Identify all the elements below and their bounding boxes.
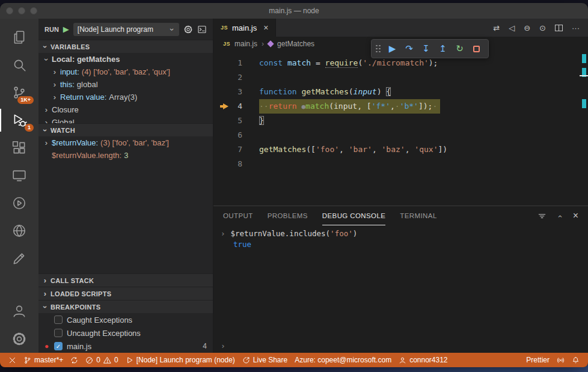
panel-tab-debug-console[interactable]: DEBUG CONSOLE (322, 206, 386, 225)
feedback-status[interactable] (553, 353, 568, 367)
gutter[interactable]: 2 (213, 70, 242, 85)
git-branch-status[interactable]: master*+ (20, 353, 67, 367)
gutter[interactable]: 4 (213, 99, 242, 114)
azure-account-status[interactable]: Azure: copeet@microsoft.com (291, 353, 395, 367)
formatter-status[interactable]: Prettier (522, 353, 553, 367)
configure-gear-button[interactable] (183, 25, 193, 34)
live-share-status[interactable]: Live Share (239, 353, 291, 367)
variable-row[interactable]: ›Return value: Array(3) (38, 91, 213, 103)
test-explorer-icon (11, 195, 27, 211)
zoom-window-button[interactable] (30, 7, 37, 14)
variable-row[interactable]: ›this: global (38, 78, 213, 91)
gutter[interactable]: 3 (213, 85, 242, 99)
dash-circle-icon[interactable]: ⊖ (524, 24, 530, 32)
code-token: 'b*' (400, 102, 418, 111)
swap-icon[interactable]: ⇄ (493, 24, 500, 32)
filter-icon[interactable] (537, 212, 547, 221)
panel-tabs: OUTPUTPROBLEMSDEBUG CONSOLETERMINAL (223, 206, 437, 225)
variable-value: global (77, 80, 98, 89)
gutter[interactable]: 8 (213, 157, 242, 171)
minimize-window-button[interactable] (18, 7, 25, 14)
variable-row[interactable]: ›Global (38, 116, 213, 123)
breakpoint-checkbox[interactable] (54, 329, 63, 337)
debug-console-output[interactable]: ›$returnValue.includes('foo')true (213, 225, 588, 338)
split-editor-icon[interactable] (555, 25, 563, 31)
back-icon[interactable]: ◁ (509, 24, 515, 32)
breadcrumb-file[interactable]: main.js (234, 40, 257, 48)
variable-row[interactable]: ›Closure (38, 103, 213, 116)
sidebar-item-search[interactable] (0, 51, 38, 79)
sidebar-item-live-share[interactable] (0, 217, 38, 245)
continue-button[interactable]: ▶ (385, 41, 400, 56)
watch-section-header[interactable]: › WATCH (38, 123, 213, 136)
gutter[interactable]: 5 (213, 114, 242, 128)
gutter[interactable]: 1 (213, 56, 242, 70)
start-debugging-button[interactable]: ▶ (63, 25, 69, 34)
manage-button[interactable] (0, 325, 38, 353)
gutter[interactable]: 6 (213, 128, 242, 142)
panel-tab-terminal[interactable]: TERMINAL (400, 206, 436, 225)
launch-config-dropdown[interactable]: [Node] Launch program › (73, 23, 179, 36)
tab-main-js[interactable]: JS main.js × (213, 19, 276, 37)
sync-status[interactable] (67, 353, 82, 367)
panel-tab-output[interactable]: OUTPUT (223, 206, 253, 225)
debug-target-status[interactable]: [Node] Launch program (node) (122, 353, 239, 367)
dot-circle-icon[interactable]: ⊙ (539, 24, 546, 32)
variable-row[interactable]: ›input: (4) ['foo', 'bar', 'baz', 'qux'] (38, 66, 213, 78)
open-debug-console-button[interactable] (197, 25, 207, 34)
watch-row[interactable]: ›$returnValue: (3) ['foo', 'bar', 'baz'] (38, 136, 213, 149)
overview-ruler[interactable] (580, 51, 588, 206)
remote-indicator[interactable] (5, 353, 20, 367)
sidebar-item-run-debug[interactable]: 1 (0, 106, 38, 134)
sidebar-item-extensions[interactable] (0, 134, 38, 162)
sidebar-item-explorer[interactable] (0, 23, 38, 51)
breadcrumb-symbol[interactable]: getMatches (277, 40, 314, 48)
loaded-scripts-section-header[interactable]: › LOADED SCRIPTS (38, 287, 213, 300)
chevron-right-icon: › (42, 276, 48, 284)
more-actions-icon[interactable]: ··· (572, 24, 580, 32)
code-token: function (259, 87, 301, 96)
step-over-button[interactable]: ↷ (402, 41, 417, 56)
code-editor[interactable]: 1const match = require('./micromatch');2… (213, 51, 588, 206)
variables-section-header[interactable]: › VARIABLES (38, 40, 213, 53)
breakpoint-row[interactable]: Caught Exceptions (38, 313, 213, 326)
method-symbol-icon (267, 40, 274, 47)
titlebar[interactable]: main.js — node (0, 3, 588, 19)
breakpoint-checkbox[interactable]: ✓ (54, 342, 63, 350)
watch-row[interactable]: ›$returnValue.length: 3 (38, 149, 213, 162)
variable-row[interactable]: ›Local: getMatches (38, 53, 213, 66)
stop-button[interactable] (469, 41, 484, 56)
github-account-status[interactable]: connor4312 (395, 353, 451, 367)
close-window-button[interactable] (6, 7, 13, 14)
sidebar-item-source-control[interactable]: 1K+ (0, 79, 38, 106)
notifications-status[interactable] (568, 353, 583, 367)
variable-name: input: (60, 67, 79, 76)
code-token: ( (349, 87, 354, 96)
close-panel-icon[interactable]: × (573, 211, 578, 221)
step-out-button[interactable]: ↥ (435, 41, 450, 56)
sidebar-item-test-explorer[interactable] (0, 189, 38, 217)
accounts-button[interactable] (0, 297, 38, 325)
step-into-button[interactable]: ↧ (418, 41, 433, 56)
broadcast-icon (557, 356, 565, 364)
call-stack-section-header[interactable]: › CALL STACK (38, 273, 213, 287)
close-tab-icon[interactable]: × (263, 23, 268, 32)
stop-icon (473, 46, 480, 52)
traffic-lights (6, 3, 37, 19)
panel-tab-problems[interactable]: PROBLEMS (268, 206, 308, 225)
gear-icon (11, 331, 27, 347)
breakpoint-row[interactable]: ●✓main.js4 (38, 340, 213, 353)
problems-status[interactable]: 0 0 (82, 353, 121, 367)
drag-handle-icon[interactable] (376, 45, 381, 53)
code-token: 'foo' (330, 229, 353, 238)
breakpoints-section-header[interactable]: › BREAKPOINTS (38, 300, 213, 313)
breakpoint-row[interactable]: Uncaught Exceptions (38, 326, 213, 340)
debug-console-input[interactable]: › (213, 338, 588, 353)
gutter[interactable]: 7 (213, 142, 242, 157)
restart-button[interactable]: ↻ (452, 41, 467, 56)
collapse-panel-icon[interactable]: › (556, 213, 563, 219)
sidebar-item-remote-explorer[interactable] (0, 162, 38, 189)
code-line: 6 (213, 128, 588, 142)
breakpoint-checkbox[interactable] (54, 316, 63, 324)
sidebar-item-github[interactable] (0, 245, 38, 272)
